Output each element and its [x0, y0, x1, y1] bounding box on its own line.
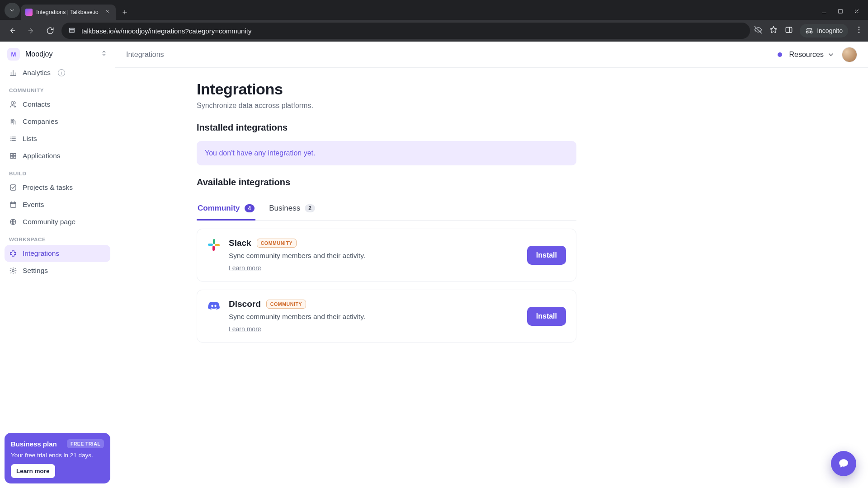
tracking-eye-off-icon[interactable]: [754, 25, 763, 36]
svg-rect-0: [839, 9, 842, 13]
trial-promo-card: Business plan FREE TRIAL Your free trial…: [5, 433, 110, 483]
window-maximize-icon[interactable]: [837, 8, 844, 16]
gear-icon: [9, 267, 17, 275]
sidebar-item-label: Events: [23, 201, 44, 209]
integration-name: Discord: [229, 299, 261, 309]
chat-fab[interactable]: [831, 451, 856, 476]
installed-empty-state: You don't have any integration yet.: [197, 141, 576, 165]
page-subtitle: Synchronize data accross platforms.: [197, 102, 576, 110]
svg-rect-11: [212, 246, 215, 251]
sidebar-item-label: Settings: [23, 267, 48, 275]
avatar[interactable]: [842, 47, 857, 62]
svg-point-4: [859, 32, 860, 33]
promo-badge: FREE TRIAL: [67, 439, 104, 448]
category-tabs: Community 4 Business 2: [197, 197, 576, 221]
resources-menu[interactable]: Resources: [789, 51, 835, 59]
svg-rect-10: [215, 244, 220, 246]
sidebar-item-applications[interactable]: Applications: [5, 147, 110, 164]
window-controls: [816, 8, 864, 20]
incognito-label: Incognito: [817, 27, 843, 34]
workspace-initial-badge: M: [7, 48, 20, 61]
tab-favicon: [25, 9, 33, 16]
install-button[interactable]: Install: [527, 246, 566, 265]
svg-rect-5: [10, 185, 16, 190]
page-title: Integrations: [197, 80, 576, 98]
learn-more-link[interactable]: Learn more: [229, 325, 261, 333]
incognito-indicator[interactable]: Incognito: [800, 24, 848, 38]
sidebar-item-contacts[interactable]: Contacts: [5, 96, 110, 113]
tab-search-button[interactable]: [5, 3, 20, 18]
integration-name: Slack: [229, 238, 251, 248]
puzzle-icon: [9, 249, 17, 258]
sidebar-item-lists[interactable]: Lists: [5, 130, 110, 147]
tab-label: Community: [198, 204, 240, 213]
svg-rect-12: [208, 244, 213, 246]
promo-learn-more-button[interactable]: Learn more: [11, 464, 55, 478]
section-label-workspace: WORKSPACE: [5, 230, 110, 245]
sidebar-scroll[interactable]: Analytics i COMMUNITY Contacts Companies: [0, 67, 115, 428]
learn-more-link[interactable]: Learn more: [229, 264, 261, 272]
chat-icon: [838, 458, 849, 469]
notification-dot-icon[interactable]: [778, 52, 782, 57]
installed-heading: Installed integrations: [197, 122, 576, 133]
breadcrumb: Integrations: [126, 51, 164, 59]
sidebar-item-settings[interactable]: Settings: [5, 262, 110, 279]
bookmark-star-icon[interactable]: [769, 25, 778, 36]
svg-point-3: [859, 29, 860, 31]
check-square-icon: [9, 183, 17, 192]
tab-community[interactable]: Community 4: [197, 197, 255, 221]
window-close-icon[interactable]: [854, 8, 860, 16]
tab-business[interactable]: Business 2: [268, 197, 316, 221]
incognito-icon: [805, 27, 813, 35]
sidebar-item-events[interactable]: Events: [5, 196, 110, 213]
sidebar-item-label: Community page: [23, 218, 75, 226]
install-button[interactable]: Install: [527, 307, 566, 326]
globe-icon: [9, 218, 17, 226]
discord-logo-icon: [207, 299, 221, 313]
sidepanel-icon[interactable]: [784, 25, 793, 36]
apps-icon: [9, 152, 17, 160]
sidebar: M Moodjoy Analytics i COMMUNITY Con: [0, 42, 115, 488]
app-viewport: M Moodjoy Analytics i COMMUNITY Con: [0, 42, 868, 488]
sidebar-item-label: Analytics: [23, 69, 51, 77]
sidebar-item-community-page[interactable]: Community page: [5, 213, 110, 230]
nav-back-button[interactable]: [5, 23, 20, 38]
info-icon: i: [58, 69, 65, 76]
chevron-updown-icon: [100, 50, 108, 59]
browser-tab[interactable]: Integrations | Talkbase.io: [21, 5, 116, 20]
sidebar-item-label: Applications: [23, 152, 61, 160]
sidebar-item-label: Integrations: [23, 249, 59, 258]
close-tab-icon[interactable]: [105, 9, 110, 16]
sidebar-item-label: Companies: [23, 117, 58, 126]
chart-icon: [9, 69, 17, 77]
topbar: Integrations Resources: [115, 42, 868, 68]
new-tab-button[interactable]: [118, 6, 131, 19]
address-bar[interactable]: talkbase.io/w/moodjoy/integrations?categ…: [61, 23, 750, 39]
sidebar-item-projects-tasks[interactable]: Projects & tasks: [5, 179, 110, 196]
browser-menu-icon[interactable]: [854, 25, 863, 36]
sidebar-item-label: Projects & tasks: [23, 183, 73, 192]
nav-reload-button[interactable]: [42, 23, 58, 38]
sidebar-item-analytics[interactable]: Analytics i: [5, 67, 110, 81]
sidebar-item-integrations[interactable]: Integrations: [5, 245, 110, 262]
sidebar-item-companies[interactable]: Companies: [5, 113, 110, 130]
site-settings-icon[interactable]: [68, 26, 76, 36]
section-label-build: BUILD: [5, 164, 110, 179]
workspace-switcher[interactable]: M Moodjoy: [0, 42, 115, 67]
sidebar-item-label: Contacts: [23, 100, 50, 108]
list-icon: [9, 135, 17, 143]
tab-label: Business: [269, 204, 300, 213]
tab-count: 2: [305, 204, 315, 212]
integration-card-slack: Slack COMMUNITY Sync community members a…: [197, 229, 576, 282]
integration-desc: Sync community members and their activit…: [229, 313, 519, 321]
svg-point-8: [12, 270, 14, 272]
main: Integrations Resources Integrations Sync…: [115, 42, 868, 488]
section-label-community: COMMUNITY: [5, 81, 110, 96]
sidebar-item-label: Lists: [23, 135, 37, 143]
integration-category-tag: COMMUNITY: [257, 239, 297, 248]
building-icon: [9, 117, 17, 126]
browser-tabstrip: Integrations | Talkbase.io: [0, 0, 868, 20]
window-minimize-icon[interactable]: [821, 8, 827, 16]
nav-forward-button[interactable]: [24, 23, 39, 38]
svg-rect-9: [213, 239, 215, 244]
